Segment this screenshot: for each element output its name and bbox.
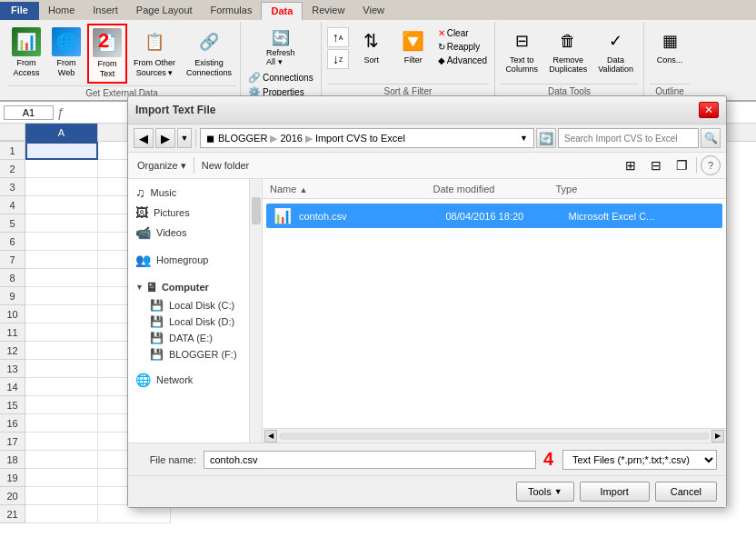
cell-20-a[interactable]	[25, 487, 98, 505]
cell-4-a[interactable]	[25, 196, 98, 214]
btn-reapply[interactable]: ↻ Reapply	[436, 41, 489, 53]
group-data-tools: ⊟ Text toColumns 🗑 RemoveDuplicates ✓ Da…	[495, 22, 644, 98]
cell-16-a[interactable]	[25, 414, 98, 433]
btn-sort-asc[interactable]: ↑A	[327, 27, 349, 47]
disk-e-icon: 💾	[150, 332, 164, 344]
sidebar-item-pictures[interactable]: 🖼 Pictures	[128, 203, 249, 223]
cell-19-a[interactable]	[25, 469, 98, 487]
cell-5-a[interactable]	[25, 214, 98, 233]
csv-file-icon: 📊	[274, 207, 292, 224]
cell-14-a[interactable]	[25, 378, 98, 396]
row-header-16: 16	[0, 414, 25, 433]
tab-view[interactable]: View	[353, 2, 393, 20]
search-button[interactable]: 🔍	[701, 128, 721, 148]
horizontal-scrollbar[interactable]: ◀ ▶	[263, 428, 726, 443]
cell-3-a[interactable]	[25, 178, 98, 196]
sidebar-item-local-c[interactable]: 💾 Local Disk (C:)	[128, 297, 249, 313]
annotation-step2: 2	[98, 29, 109, 53]
cell-9-a[interactable]	[25, 287, 98, 305]
view-details-button[interactable]: ⊟	[645, 155, 667, 175]
btn-from-web[interactable]: 🌐 FromWeb	[47, 24, 85, 82]
btn-existing-connections[interactable]: 🔗 ExistingConnections	[182, 24, 236, 82]
btn-from-other-sources[interactable]: 📋 From OtherSources ▾	[129, 24, 180, 82]
btn-text-to-columns[interactable]: ⊟ Text toColumns	[501, 24, 542, 76]
scroll-left-button[interactable]: ◀	[264, 430, 277, 443]
cell-21-a[interactable]	[25, 505, 98, 523]
dialog-subtoolbar: Organize ▾ New folder ⊞ ⊟ ❐ ?	[128, 153, 726, 179]
tab-page-layout[interactable]: Page Layout	[127, 2, 202, 20]
cell-13-a[interactable]	[25, 360, 98, 378]
cell-8-a[interactable]	[25, 269, 98, 287]
sidebar-item-network[interactable]: 🌐 Network	[128, 370, 249, 390]
btn-remove-duplicates[interactable]: 🗑 RemoveDuplicates	[544, 24, 592, 76]
name-box[interactable]	[4, 105, 54, 120]
help-button[interactable]: ?	[701, 155, 721, 175]
group-label-outline: Outline	[650, 84, 690, 96]
btn-consolidate[interactable]: ▦ Cons...	[650, 24, 690, 67]
btn-from-access[interactable]: 📊 FromAccess	[7, 24, 45, 82]
forward-button[interactable]: ▶	[155, 128, 175, 148]
cell-2-a[interactable]	[25, 160, 98, 178]
cell-12-a[interactable]	[25, 342, 98, 360]
new-folder-button[interactable]: New folder	[198, 158, 254, 173]
btn-data-validation[interactable]: ✓ DataValidation	[593, 24, 638, 76]
btn-connections[interactable]: 🔗 Connections	[246, 71, 315, 85]
view-extra-button[interactable]: ❐	[671, 155, 692, 175]
btn-clear[interactable]: ✕ Clear	[436, 27, 489, 39]
row-header-7: 7	[0, 251, 25, 269]
btn-refresh-all[interactable]: 🔄 RefreshAll ▾	[246, 24, 315, 69]
sidebar-item-videos[interactable]: 📹 Videos	[128, 223, 249, 243]
file-name-input[interactable]	[204, 451, 536, 469]
sidebar-item-homegroup[interactable]: 👥 Homegroup	[128, 250, 249, 270]
file-type-select[interactable]: Text Files (*.prn;*.txt;*.csv) All Files…	[562, 450, 717, 470]
cell-7-a[interactable]	[25, 251, 98, 269]
file-type-label: Microsoft Excel C...	[569, 211, 716, 222]
col-date-modified: Date modified	[433, 184, 556, 194]
sidebar-item-data-e[interactable]: 💾 DATA (E:)	[128, 330, 249, 346]
address-dropdown-icon[interactable]: ▼	[520, 134, 528, 143]
scroll-right-button[interactable]: ▶	[711, 430, 724, 443]
sidebar-item-music[interactable]: ♫ Music	[128, 183, 249, 203]
dialog-close-button[interactable]: ✕	[699, 102, 719, 118]
tab-data[interactable]: Data	[261, 2, 303, 20]
sidebar-item-computer[interactable]: ▼ 🖥 Computer	[128, 277, 249, 297]
dialog-title: Import Text File	[135, 104, 215, 116]
file-name-form-label: File name:	[137, 454, 196, 465]
cell-18-a[interactable]	[25, 451, 98, 469]
cell-15-a[interactable]	[25, 396, 98, 414]
tab-review[interactable]: Review	[303, 2, 353, 20]
group-label-sort-filter: Sort & Filter	[327, 84, 489, 96]
btn-filter[interactable]: 🔽 Filter	[394, 24, 433, 67]
tab-file[interactable]: File	[0, 2, 39, 20]
sidebar-item-local-d[interactable]: 💾 Local Disk (D:)	[128, 313, 249, 330]
btn-sort-desc[interactable]: ↓Z	[327, 49, 349, 69]
cell-21-b[interactable]	[98, 505, 171, 523]
search-box[interactable]	[558, 128, 699, 148]
import-button[interactable]: Import	[580, 482, 650, 502]
view-list-button[interactable]: ⊞	[620, 155, 642, 175]
row-header-5: 5	[0, 214, 25, 233]
file-item-contoh-csv[interactable]: 📊 contoh.csv 08/04/2016 18:20 Microsoft …	[266, 204, 722, 228]
tab-insert[interactable]: Insert	[84, 2, 127, 20]
recent-button[interactable]: ▼	[177, 128, 192, 148]
cell-17-a[interactable]	[25, 433, 98, 451]
tab-home[interactable]: Home	[39, 2, 84, 20]
btn-advanced[interactable]: ◆ Advanced	[436, 55, 489, 66]
cell-11-a[interactable]	[25, 323, 98, 342]
cell-1-a[interactable]	[25, 142, 98, 160]
tools-button[interactable]: Tools ▼	[516, 482, 574, 502]
btn-sort[interactable]: ⇅ Sort	[353, 24, 391, 67]
cancel-button[interactable]: Cancel	[655, 482, 717, 502]
row-header-3: 3	[0, 178, 25, 196]
cell-10-a[interactable]	[25, 305, 98, 323]
tab-formulas[interactable]: Formulas	[202, 2, 262, 20]
network-icon: 🌐	[135, 373, 151, 387]
back-button[interactable]: ◀	[134, 128, 154, 148]
sidebar-item-blogger-f[interactable]: 💾 BLOGGER (F:)	[128, 346, 249, 363]
address-refresh-button[interactable]: 🔄	[536, 128, 556, 148]
disk-c-icon: 💾	[150, 299, 164, 312]
cell-6-a[interactable]	[25, 233, 98, 251]
row-header-18: 18	[0, 451, 25, 469]
dialog-footer-buttons: Tools ▼ Import Cancel	[128, 475, 726, 507]
organize-button[interactable]: Organize ▾	[134, 158, 190, 174]
